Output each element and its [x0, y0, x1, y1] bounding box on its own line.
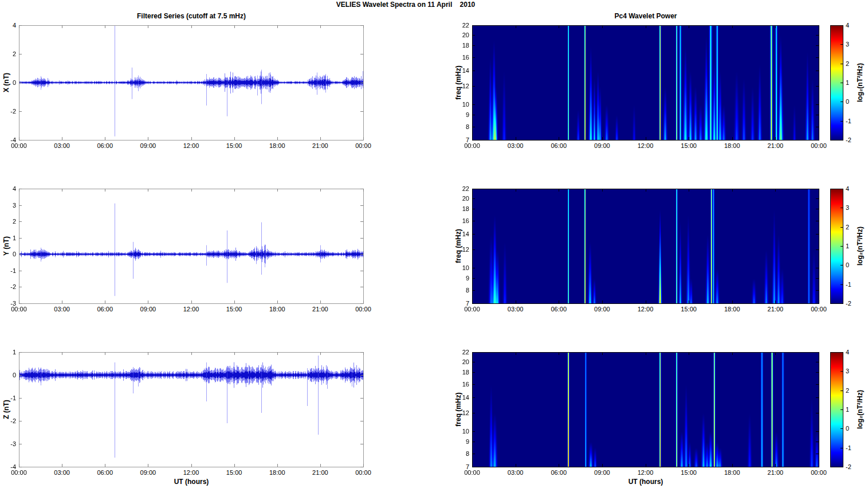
- y-tick-label: 0: [0, 372, 16, 378]
- colorbar-3: [830, 352, 843, 467]
- freq-tick-label: 22: [450, 349, 469, 356]
- x-tick-label: 21:00: [763, 469, 788, 476]
- x-tick-label: 06:00: [92, 469, 117, 476]
- x-tick-label: 09:00: [135, 306, 160, 313]
- colorbar-tick-label: -2: [846, 136, 863, 143]
- y-tick-label: 0: [0, 251, 16, 257]
- ylabel-z-nt: Z (nT): [2, 400, 10, 419]
- x-tick-label: 21:00: [763, 142, 788, 149]
- y-tick-label: -1: [0, 395, 16, 401]
- x-tick-label: 09:00: [590, 306, 615, 313]
- x-tick-label: 00:00: [459, 469, 485, 476]
- y-tick-label: -3: [0, 440, 16, 447]
- x-tick-label: 18:00: [265, 142, 290, 149]
- colorbar-3-canvas: [830, 352, 843, 467]
- freq-tick-label: 12: [450, 409, 469, 416]
- y-tick-label: 0: [0, 79, 16, 86]
- x-tick-label: 12:00: [633, 469, 658, 476]
- x-tick-label: 12:00: [179, 142, 204, 149]
- wavelet-x-canvas: [472, 25, 819, 140]
- colorbar-tick-label: -2: [846, 463, 863, 470]
- x-tick-label: 00:00: [351, 469, 376, 476]
- x-tick-label: 00:00: [6, 306, 32, 313]
- freq-tick-label: 10: [450, 101, 469, 108]
- x-tick-label: 03:00: [503, 306, 528, 313]
- freq-tick-label: 22: [450, 22, 469, 29]
- freq-tick-label: 9: [450, 275, 469, 282]
- freq-tick-label: 18: [450, 205, 469, 212]
- timeseries-x-canvas: [19, 25, 364, 140]
- freq-tick-label: 9: [450, 438, 469, 445]
- x-tick-label: 03:00: [503, 469, 528, 476]
- timeseries-y-canvas: [19, 189, 364, 304]
- x-tick-label: 09:00: [135, 469, 160, 476]
- freq-tick-label: 16: [450, 217, 469, 224]
- figure-title: VELIES Wavelet Spectra on 11 April 2010: [0, 1, 811, 9]
- colorbar-tick-label: 2: [846, 224, 863, 231]
- x-tick-label: 06:00: [92, 142, 117, 149]
- colorbar-1-canvas: [830, 25, 843, 140]
- x-tick-label: 21:00: [308, 306, 333, 313]
- freq-tick-label: 8: [450, 450, 469, 457]
- freq-tick-label: 14: [450, 67, 469, 74]
- timeseries-z-canvas: [19, 352, 364, 467]
- x-tick-label: 09:00: [590, 469, 615, 476]
- colorbar-tick-label: 1: [846, 79, 863, 86]
- x-tick-label: 00:00: [459, 142, 485, 149]
- colorbar-tick-label: 2: [846, 387, 863, 394]
- colorbar-tick-label: -1: [846, 444, 863, 451]
- colorbar-1: [830, 25, 843, 140]
- y-tick-label: 1: [0, 349, 16, 356]
- x-tick-label: 00:00: [806, 306, 831, 313]
- y-tick-label: -2: [0, 108, 16, 115]
- colorbar-tick-label: 1: [846, 243, 863, 249]
- timeseries-x-panel: [19, 25, 364, 140]
- colorbar-tick-label: 4: [846, 185, 863, 192]
- x-tick-label: 00:00: [806, 469, 831, 476]
- x-tick-label: 06:00: [546, 306, 571, 313]
- x-tick-label: 15:00: [676, 469, 701, 476]
- x-tick-label: 15:00: [676, 142, 701, 149]
- y-tick-label: -2: [0, 417, 16, 424]
- colorbar-tick-label: 3: [846, 368, 863, 374]
- x-tick-label: 21:00: [763, 306, 788, 313]
- x-tick-label: 09:00: [590, 142, 615, 149]
- right-column-title: Pc4 Wavelet Power: [472, 12, 819, 20]
- x-tick-label: 00:00: [459, 306, 485, 313]
- x-tick-label: 15:00: [222, 306, 247, 313]
- colorbar-tick-label: 0: [846, 261, 863, 268]
- x-tick-label: 18:00: [720, 306, 745, 313]
- y-tick-label: -2: [0, 283, 16, 290]
- x-tick-label: 00:00: [6, 142, 32, 149]
- figure: VELIES Wavelet Spectra on 11 April 2010 …: [0, 0, 868, 488]
- y-tick-label: -1: [0, 267, 16, 274]
- x-tick-label: 12:00: [179, 306, 204, 313]
- x-tick-label: 18:00: [720, 469, 745, 476]
- x-tick-label: 18:00: [720, 142, 745, 149]
- y-tick-label: 4: [0, 185, 16, 192]
- wavelet-z-panel: [472, 352, 819, 467]
- freq-tick-label: 8: [450, 287, 469, 294]
- x-tick-label: 15:00: [222, 469, 247, 476]
- y-tick-label: 4: [0, 22, 16, 29]
- x-tick-label: 00:00: [806, 142, 831, 149]
- x-tick-label: 06:00: [92, 306, 117, 313]
- x-tick-label: 03:00: [49, 142, 74, 149]
- x-tick-label: 06:00: [546, 469, 571, 476]
- x-tick-label: 18:00: [265, 469, 290, 476]
- freq-tick-label: 16: [450, 381, 469, 388]
- colorbar-tick-label: -1: [846, 281, 863, 288]
- freq-tick-label: 20: [450, 32, 469, 38]
- y-tick-label: 3: [0, 202, 16, 209]
- colorbar-2: [830, 189, 843, 304]
- x-tick-label: 03:00: [49, 306, 74, 313]
- colorbar-2-canvas: [830, 189, 843, 304]
- freq-tick-label: 14: [450, 394, 469, 401]
- x-tick-label: 00:00: [351, 142, 376, 149]
- y-tick-label: 1: [0, 235, 16, 241]
- colorbar-tick-label: 0: [846, 425, 863, 432]
- left-column-title: Filtered Series (cutoff at 7.5 mHz): [19, 12, 364, 20]
- y-tick-label: 2: [0, 218, 16, 225]
- colorbar-tick-label: 4: [846, 22, 863, 29]
- xlabel-right: UT (hours): [472, 478, 819, 486]
